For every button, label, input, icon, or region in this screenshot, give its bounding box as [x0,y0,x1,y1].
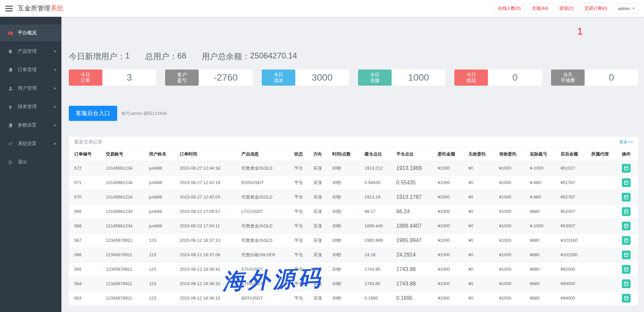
topbar-button-online-users[interactable]: 在线人数(0) [494,3,525,14]
row-detail-button[interactable] [622,265,631,274]
cell-time: 2023-06-12 18:37:06 [177,248,239,262]
topbar-actions: 在线人数(0)充值(44)提现(2)交易订单(0) admin [494,3,639,14]
cell-close: 0.55435 [394,175,435,190]
cell-profit: ¥880 [527,276,558,291]
cell-valid: ¥1000 [496,219,527,233]
dashboard-icon [7,30,13,36]
service-backend-button[interactable]: 客服后台入口 [69,106,117,121]
cell-name: jun888 [146,204,177,219]
stat-segment-0: 今日新增用户：1 [69,51,130,62]
table-row: 56813145661234jun8882023-08-22 17:04:11伦… [69,219,638,233]
cell-profit: ¥-1000 [527,219,558,233]
cell-invalid: ¥0 [466,233,497,248]
cell-profit: ¥-1000 [527,161,558,175]
logout-icon [7,160,13,165]
stat-card-label: 客户盈亏 [165,70,199,86]
cell-amount: ¥1000 [435,175,466,190]
cell-profit: ¥880 [527,248,558,262]
cell-name: 123 [146,233,177,248]
cell-agent [589,190,620,204]
table-row: 57113145661234jun8882023-08-27 12:42:19E… [69,175,638,190]
cell-invalid: ¥0 [466,219,497,233]
topbar-button-withdraw[interactable]: 提现(2) [555,3,578,14]
cell-product: 伦敦黄金/GOLD [239,219,291,233]
sidebar-item-product-manage[interactable]: ฿产品管理 [0,43,61,60]
cell-profit: ¥880 [527,204,558,219]
cell-action [619,161,638,175]
column-header-period: 时间/点数 [330,148,362,161]
sidebar-item-report-manage[interactable]: ¥报表管理 [0,98,61,115]
cell-invalid: ¥0 [466,161,497,175]
sidebar-item-platform-overview[interactable]: 平台概况 [0,25,61,41]
topbar-button-recharge[interactable]: 充值(44) [528,3,552,14]
cell-invalid: ¥0 [466,291,497,305]
table-icon [624,281,629,286]
admin-menu[interactable]: admin [614,3,639,14]
cell-action [619,204,638,219]
row-detail-button[interactable] [622,279,631,288]
cell-account: 13145661234 [103,161,146,175]
menu-toggle-icon[interactable] [5,6,13,11]
row-detail-button[interactable] [622,207,631,216]
row-detail-button[interactable] [622,251,631,259]
cell-invalid: ¥0 [466,204,497,219]
title-accent: 系统 [51,5,64,12]
cell-name: 123 [146,276,177,291]
row-detail-button[interactable] [622,164,631,173]
table-row: 565123456799111232023-06-12 18:36:41ETH/… [69,262,638,276]
cell-agent [589,291,620,305]
sidebar-item-param-settings[interactable]: 参数设置 [0,117,61,134]
stat-card-today-orders: 今日订单3 [69,70,156,86]
cell-account: 12345679911 [103,291,146,305]
cell-product: LTC/USDT [239,204,291,219]
cell-close: 66.24 [394,204,435,219]
sidebar-item-logout[interactable]: 退出 [0,154,61,171]
cell-period: 30秒 [330,219,362,233]
table-icon [624,296,629,301]
stat-card-today-fee: 当天手续费0 [551,70,638,86]
cell-amount: ¥1000 [435,233,466,248]
cell-period: 30秒 [330,161,362,175]
table-row: 57013145661234jun8882023-08-27 12:42:03伦… [69,190,638,204]
table-row: 567123456799111232023-06-12 18:37:13伦敦黄金… [69,233,638,248]
cell-status: 平仓 [292,190,311,204]
cell-valid: ¥1000 [496,204,527,219]
cell-agent [589,175,620,190]
cell-profit: ¥-880 [527,175,558,190]
sidebar-item-system-settings[interactable]: 系统设置 [0,135,61,152]
files-icon [7,68,13,73]
column-header-open: 建仓点位 [362,148,394,161]
more-link[interactable]: 更多>> [619,139,633,145]
cell-agent [589,219,620,233]
cell-time: 2023-06-12 18:36:33 [177,276,239,291]
cell-profit: ¥880 [527,291,558,305]
table-icon [624,209,629,214]
topbar-button-trade-orders[interactable]: 交易订单(0) [581,3,611,14]
cell-direction: 买涨 [310,233,330,248]
row-detail-button[interactable] [622,222,631,230]
cell-agent [589,276,620,291]
stat-card-today-withdraw: 今日提现0 [454,70,542,86]
sidebar-item-label: 订单管理 [18,67,37,73]
cell-balance: ¥93000 [558,276,589,291]
row-detail-button[interactable] [622,178,631,187]
table-row: 563123456799111232023-06-12 18:36:15BAT/… [69,291,638,305]
cell-invalid: ¥0 [466,262,497,276]
row-detail-button[interactable] [622,193,631,202]
sidebar-item-order-manage[interactable]: 订单管理 [0,61,61,78]
cell-balance: ¥53007 [558,219,589,233]
cell-status: 平仓 [292,175,311,190]
cell-account: 13145661234 [103,175,146,190]
cell-open: 1743.85 [362,262,394,276]
cell-id: 567 [69,233,103,248]
sidebar-item-user-manage[interactable]: 用户管理 [0,80,61,97]
row-detail-button[interactable] [622,236,631,245]
cell-direction: 买涨 [310,262,330,276]
cell-amount: ¥1000 [435,190,466,204]
row-detail-button[interactable] [622,294,631,303]
cell-id: 565 [69,262,103,276]
sidebar-menu: 平台概况฿产品管理订单管理用户管理¥报表管理参数设置系统设置退出 [0,17,61,171]
topbar: 互金所管理系统 在线人数(0)充值(44)提现(2)交易订单(0) admin [0,0,644,17]
cell-period: 30秒 [330,276,362,291]
chevron-down-icon [632,8,635,9]
